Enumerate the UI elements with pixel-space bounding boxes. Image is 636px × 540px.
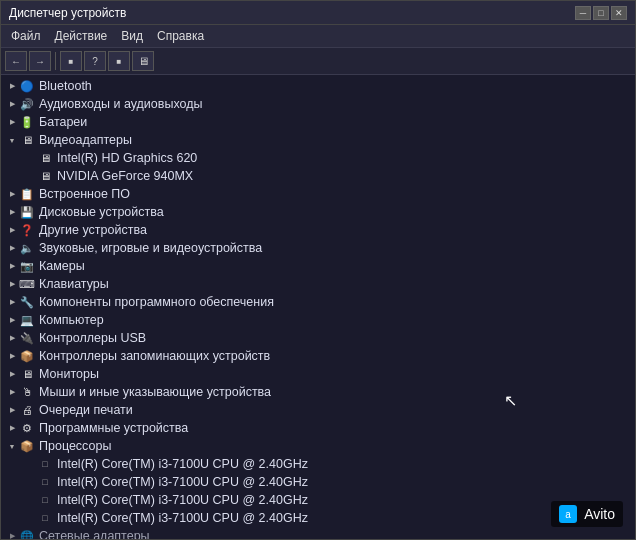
computer-label: Компьютер <box>39 313 104 327</box>
expand-other[interactable] <box>5 223 19 237</box>
cpu2-icon: □ <box>37 474 53 490</box>
cpu1-icon: □ <box>37 456 53 472</box>
intel-gpu-label: Intel(R) HD Graphics 620 <box>57 151 197 165</box>
storage-ctrl-icon: 📦 <box>19 348 35 364</box>
tree-item-cpu3[interactable]: □ Intel(R) Core(TM) i3-7100U CPU @ 2.40G… <box>1 491 635 509</box>
avito-text: Avito <box>584 506 615 522</box>
menu-help[interactable]: Справка <box>151 27 210 45</box>
tree-item-mouse[interactable]: 🖱 Мыши и иные указывающие устройства <box>1 383 635 401</box>
expand-sound[interactable] <box>5 241 19 255</box>
forward-button[interactable]: → <box>29 51 51 71</box>
bluetooth-icon: 🔵 <box>19 78 35 94</box>
tree-item-cpu[interactable]: 📦 Процессоры <box>1 437 635 455</box>
svg-text:a: a <box>565 509 571 520</box>
device-manager-window: Диспетчер устройств ─ □ ✕ Файл Действие … <box>0 0 636 540</box>
tree-item-bluetooth[interactable]: 🔵 Bluetooth <box>1 77 635 95</box>
cpu3-label: Intel(R) Core(TM) i3-7100U CPU @ 2.40GHz <box>57 493 308 507</box>
tree-item-video[interactable]: 🖥 Видеоадаптеры <box>1 131 635 149</box>
maximize-button[interactable]: □ <box>593 6 609 20</box>
tree-item-audio[interactable]: 🔊 Аудиовходы и аудиовыходы <box>1 95 635 113</box>
video-icon: 🖥 <box>19 132 35 148</box>
expand-disk[interactable] <box>5 205 19 219</box>
tree-item-disk[interactable]: 💾 Дисковые устройства <box>1 203 635 221</box>
tree-item-software-dev[interactable]: ⚙ Программные устройства <box>1 419 635 437</box>
tree-item-keyboard[interactable]: ⌨ Клавиатуры <box>1 275 635 293</box>
tree-item-battery[interactable]: 🔋 Батареи <box>1 113 635 131</box>
expand-network[interactable] <box>5 529 19 539</box>
expand-software-dev[interactable] <box>5 421 19 435</box>
expand-print-queue[interactable] <box>5 403 19 417</box>
expand-computer[interactable] <box>5 313 19 327</box>
device-tree[interactable]: 🔵 Bluetooth 🔊 Аудиовходы и аудиовыходы 🔋… <box>1 75 635 539</box>
software-dev-label: Программные устройства <box>39 421 188 435</box>
expand-storage-ctrl[interactable] <box>5 349 19 363</box>
tree-item-other[interactable]: ❓ Другие устройства <box>1 221 635 239</box>
monitors-label: Мониторы <box>39 367 99 381</box>
expand-monitors[interactable] <box>5 367 19 381</box>
tree-item-print-queue[interactable]: 🖨 Очереди печати <box>1 401 635 419</box>
tree-item-firmware[interactable]: 📋 Встроенное ПО <box>1 185 635 203</box>
menu-file[interactable]: Файл <box>5 27 47 45</box>
expand-firmware[interactable] <box>5 187 19 201</box>
camera-icon: 📷 <box>19 258 35 274</box>
avito-watermark: a Avito <box>551 501 623 527</box>
cpu2-label: Intel(R) Core(TM) i3-7100U CPU @ 2.40GHz <box>57 475 308 489</box>
cpu4-label: Intel(R) Core(TM) i3-7100U CPU @ 2.40GHz <box>57 511 308 525</box>
tree-item-computer[interactable]: 💻 Компьютер <box>1 311 635 329</box>
minimize-button[interactable]: ─ <box>575 6 591 20</box>
firmware-label: Встроенное ПО <box>39 187 130 201</box>
back-button[interactable]: ← <box>5 51 27 71</box>
usb-label: Контроллеры USB <box>39 331 146 345</box>
computer-icon: 💻 <box>19 312 35 328</box>
tree-item-usb[interactable]: 🔌 Контроллеры USB <box>1 329 635 347</box>
nvidia-gpu-label: NVIDIA GeForce 940MX <box>57 169 193 183</box>
close-button[interactable]: ✕ <box>611 6 627 20</box>
help-button[interactable]: ? <box>84 51 106 71</box>
tree-item-storage-ctrl[interactable]: 📦 Контроллеры запоминающих устройств <box>1 347 635 365</box>
expand-components[interactable] <box>5 295 19 309</box>
toolbar-separator-1 <box>55 52 56 70</box>
expand-usb[interactable] <box>5 331 19 345</box>
tree-item-nvidia-gpu[interactable]: 🖥 NVIDIA GeForce 940MX <box>1 167 635 185</box>
components-label: Компоненты программного обеспечения <box>39 295 274 309</box>
toolbar-btn-4[interactable]: ■ <box>108 51 130 71</box>
title-bar: Диспетчер устройств ─ □ ✕ <box>1 1 635 25</box>
bluetooth-label: Bluetooth <box>39 79 92 93</box>
cpu1-label: Intel(R) Core(TM) i3-7100U CPU @ 2.40GHz <box>57 457 308 471</box>
menu-view[interactable]: Вид <box>115 27 149 45</box>
mouse-label: Мыши и иные указывающие устройства <box>39 385 271 399</box>
menu-action[interactable]: Действие <box>49 27 114 45</box>
expand-camera[interactable] <box>5 259 19 273</box>
tree-item-monitors[interactable]: 🖥 Мониторы <box>1 365 635 383</box>
expand-mouse[interactable] <box>5 385 19 399</box>
expand-audio[interactable] <box>5 97 19 111</box>
expand-battery[interactable] <box>5 115 19 129</box>
print-queue-label: Очереди печати <box>39 403 133 417</box>
cpu-icon: 📦 <box>19 438 35 454</box>
disk-icon: 💾 <box>19 204 35 220</box>
tree-item-cpu4[interactable]: □ Intel(R) Core(TM) i3-7100U CPU @ 2.40G… <box>1 509 635 527</box>
tree-item-cpu1[interactable]: □ Intel(R) Core(TM) i3-7100U CPU @ 2.40G… <box>1 455 635 473</box>
monitors-icon: 🖥 <box>19 366 35 382</box>
cpu4-icon: □ <box>37 510 53 526</box>
title-bar-buttons: ─ □ ✕ <box>575 6 627 20</box>
firmware-icon: 📋 <box>19 186 35 202</box>
expand-keyboard[interactable] <box>5 277 19 291</box>
tree-item-sound[interactable]: 🔈 Звуковые, игровые и видеоустройства <box>1 239 635 257</box>
expand-bluetooth[interactable] <box>5 79 19 93</box>
properties-button[interactable]: ■ <box>60 51 82 71</box>
tree-item-network[interactable]: 🌐 Сетевые адаптеры <box>1 527 635 539</box>
storage-ctrl-label: Контроллеры запоминающих устройств <box>39 349 270 363</box>
tree-item-camera[interactable]: 📷 Камеры <box>1 257 635 275</box>
sound-icon: 🔈 <box>19 240 35 256</box>
tree-item-cpu2[interactable]: □ Intel(R) Core(TM) i3-7100U CPU @ 2.40G… <box>1 473 635 491</box>
software-dev-icon: ⚙ <box>19 420 35 436</box>
keyboard-label: Клавиатуры <box>39 277 109 291</box>
tree-item-components[interactable]: 🔧 Компоненты программного обеспечения <box>1 293 635 311</box>
print-queue-icon: 🖨 <box>19 402 35 418</box>
expand-cpu[interactable] <box>5 439 19 453</box>
monitor-button[interactable]: 🖥 <box>132 51 154 71</box>
tree-item-intel-gpu[interactable]: 🖥 Intel(R) HD Graphics 620 <box>1 149 635 167</box>
expand-video[interactable] <box>5 133 19 147</box>
menu-bar: Файл Действие Вид Справка <box>1 25 635 48</box>
